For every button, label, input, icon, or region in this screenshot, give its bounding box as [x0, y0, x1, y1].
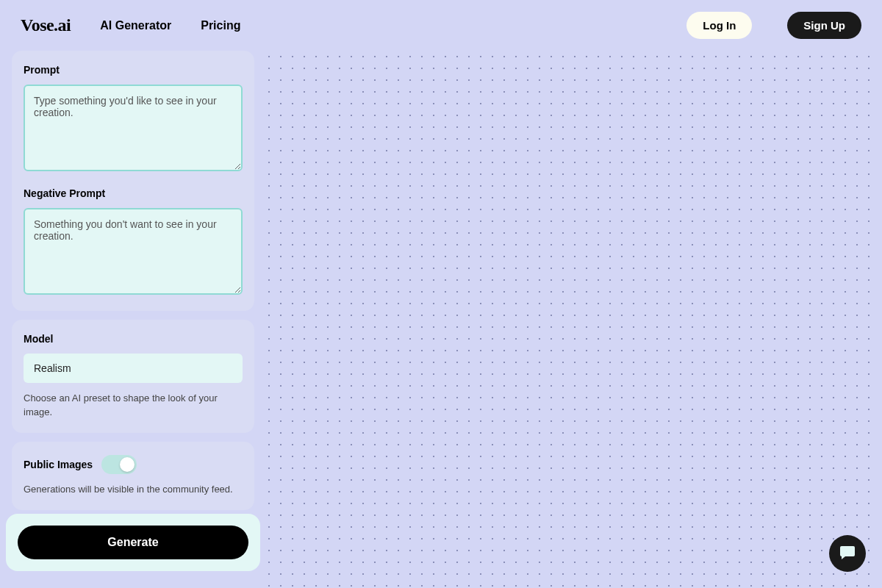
public-images-label: Public Images [24, 459, 93, 470]
chat-icon [839, 543, 856, 564]
signup-button[interactable]: Sign Up [787, 12, 861, 39]
nav-ai-generator[interactable]: AI Generator [100, 19, 171, 32]
nav-pricing[interactable]: Pricing [201, 19, 240, 32]
model-label: Model [24, 333, 243, 345]
generate-bar: Generate [6, 514, 260, 571]
generate-button[interactable]: Generate [18, 526, 248, 559]
public-images-card: Public Images Generations will be visibl… [12, 442, 254, 510]
prompt-label: Prompt [24, 64, 243, 76]
model-select[interactable]: Realism [24, 354, 243, 383]
negative-prompt-label: Negative Prompt [24, 187, 243, 199]
brand-logo[interactable]: Vose.ai [21, 15, 71, 35]
chat-widget-button[interactable] [829, 535, 866, 572]
negative-prompt-input[interactable] [24, 208, 243, 295]
prompt-input[interactable] [24, 85, 243, 171]
settings-sidebar: Prompt Negative Prompt Model Realism Cho… [12, 51, 254, 588]
prompt-card: Prompt Negative Prompt [12, 51, 254, 311]
login-button[interactable]: Log In [686, 12, 752, 39]
model-helper-text: Choose an AI preset to shape the look of… [24, 392, 243, 420]
toggle-knob [120, 457, 135, 472]
public-images-toggle[interactable] [101, 455, 137, 474]
model-card: Model Realism Choose an AI preset to sha… [12, 320, 254, 433]
public-images-helper-text: Generations will be visible in the commu… [24, 483, 243, 497]
generation-canvas[interactable] [263, 51, 870, 588]
